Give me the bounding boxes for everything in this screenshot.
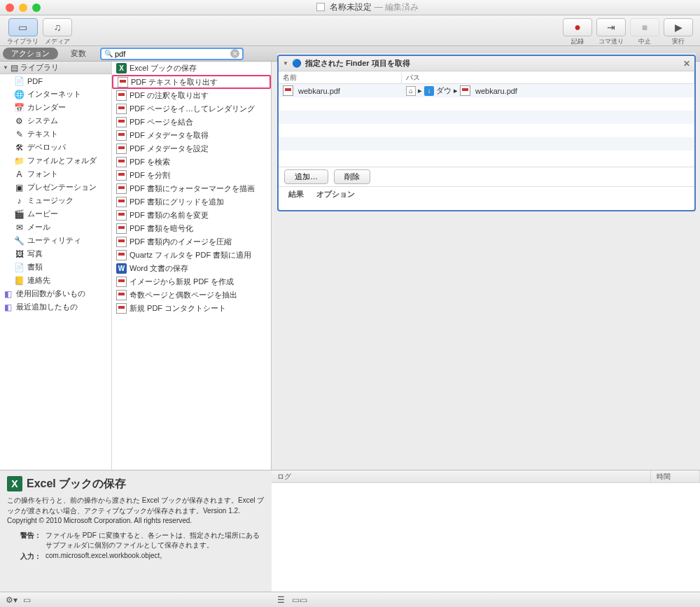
- library-item[interactable]: 🖼写真: [0, 247, 111, 260]
- smart-icon: ◧: [3, 288, 13, 299]
- info-description: この操作を行うと、前の操作から渡された Excel ブックが保存されます。Exc…: [7, 496, 265, 526]
- action-item[interactable]: PDF メタデータを設定: [112, 142, 271, 155]
- library-item[interactable]: 🛠デベロッパ: [0, 141, 111, 154]
- library-item[interactable]: ♪ミュージック: [0, 194, 111, 207]
- excel-icon: X: [116, 63, 127, 74]
- action-item[interactable]: PDF 書類にウォーターマークを描画: [112, 182, 271, 195]
- library-item[interactable]: 📅カレンダー: [0, 101, 111, 114]
- view-flow-icon[interactable]: ▭▭: [292, 595, 307, 605]
- home-icon: ⌂: [406, 86, 416, 96]
- pdf-icon: [116, 237, 127, 247]
- pdf-icon: [118, 77, 128, 88]
- disclosure-icon: ▼: [283, 60, 288, 67]
- action-item[interactable]: PDF を分割: [112, 169, 271, 182]
- action-item[interactable]: PDF ページをイ…してレンダリング: [112, 102, 271, 116]
- pdf-icon: [116, 290, 127, 300]
- category-icon: 🛠: [14, 142, 24, 153]
- category-icon: ✉︎: [14, 222, 24, 232]
- category-icon: 📒: [14, 275, 24, 286]
- toolbar: ▭ライブラリ♫メディア ●記録⇥コマ送り■中止▶実行: [0, 15, 700, 46]
- col-path[interactable]: パス: [402, 71, 694, 83]
- workflow-action[interactable]: ▼ 🔵 指定された Finder 項目を取得 ✕ 名前 パス webkaru.p…: [277, 55, 696, 211]
- action-item[interactable]: PDF の注釈を取り出す: [112, 89, 271, 102]
- library-smart-item[interactable]: ◧使用回数が多いもの: [0, 287, 111, 300]
- info-warning-val: ファイルを PDF に変換すると、各シートは、指定された場所にあるサブフォルダに…: [46, 531, 265, 550]
- library-item[interactable]: ✎テキスト: [0, 127, 111, 141]
- step-btn[interactable]: ⇥: [596, 18, 626, 36]
- action-item[interactable]: PDF を検索: [112, 155, 271, 169]
- path-file: webkaru.pdf: [475, 87, 517, 95]
- action-item[interactable]: WWord 文書の保存: [112, 262, 271, 275]
- workflow-canvas[interactable]: ▼ 🔵 指定された Finder 項目を取得 ✕ 名前 パス webkaru.p…: [277, 53, 696, 470]
- library-item[interactable]: ⚙︎システム: [0, 114, 111, 127]
- table-row[interactable]: webkaru.pdf ⌂▸ ↓ダウ▸ webkaru.pdf: [279, 84, 694, 97]
- view-list-icon[interactable]: ☰: [277, 595, 285, 605]
- titlebar: 名称未設定 — 編集済み: [0, 0, 700, 15]
- library-header-label: ライブラリ: [20, 62, 59, 73]
- workflow-header[interactable]: ▼ 🔵 指定された Finder 項目を取得 ✕: [279, 56, 694, 71]
- library-item[interactable]: 📒連絡先: [0, 274, 111, 287]
- delete-button[interactable]: 削除: [334, 169, 370, 184]
- library-item[interactable]: ▣プレゼンテーション: [0, 181, 111, 194]
- action-item[interactable]: イメージから新規 PDF を作成: [112, 275, 271, 288]
- pdf-icon: [116, 157, 127, 167]
- search-icon: 🔍: [104, 50, 113, 57]
- action-label: Word 文書の保存: [130, 263, 188, 274]
- library-item[interactable]: Aフォント: [0, 167, 111, 181]
- action-item[interactable]: PDF 書類内のイメージを圧縮: [112, 235, 271, 249]
- action-item[interactable]: PDF テキストを取り出す: [112, 75, 271, 89]
- search-input[interactable]: [115, 50, 228, 58]
- col-log[interactable]: ログ: [272, 470, 651, 482]
- action-label: PDF 書類にグリッドを追加: [130, 197, 224, 207]
- panel-toggle-icon[interactable]: ▭: [23, 595, 31, 605]
- run-btn[interactable]: ▶: [664, 18, 693, 36]
- pdf-icon: [116, 104, 127, 114]
- media-btn[interactable]: ♫: [43, 18, 72, 36]
- action-item[interactable]: 奇数ページと偶数ページを抽出: [112, 288, 271, 302]
- library-header[interactable]: ▼ ▤ ライブラリ: [0, 62, 111, 74]
- tab-options[interactable]: オプション: [316, 189, 355, 200]
- action-item[interactable]: PDF ページを結合: [112, 116, 271, 129]
- tab-actions[interactable]: アクション: [3, 48, 58, 60]
- clear-search-icon[interactable]: ✕: [230, 49, 239, 58]
- library-smart-item[interactable]: ◧最近追加したもの: [0, 300, 111, 314]
- add-button[interactable]: 追加…: [284, 169, 328, 184]
- log-panel: ログ 時間: [272, 470, 700, 592]
- action-item[interactable]: XExcel ブックの保存: [112, 62, 271, 75]
- library-item[interactable]: 🎬ムービー: [0, 207, 111, 221]
- record-btn[interactable]: ●: [563, 18, 592, 36]
- search-field[interactable]: 🔍 ✕: [100, 48, 244, 60]
- action-label: PDF の注釈を取り出す: [130, 90, 209, 101]
- action-label: Excel ブックの保存: [130, 63, 197, 74]
- category-icon: ⚙︎: [14, 116, 24, 126]
- library-item[interactable]: 🌐インターネット: [0, 88, 111, 101]
- minimize-icon[interactable]: [19, 4, 27, 12]
- col-time[interactable]: 時間: [651, 470, 700, 482]
- action-item[interactable]: PDF メタデータを取得: [112, 129, 271, 142]
- tab-variables[interactable]: 変数: [62, 48, 94, 60]
- action-item[interactable]: PDF 書類にグリッドを追加: [112, 195, 271, 209]
- library-item[interactable]: 🔧ユーティリティ: [0, 234, 111, 247]
- library-item[interactable]: 📁ファイルとフォルダ: [0, 154, 111, 167]
- media-btn-label: メディア: [45, 37, 70, 46]
- close-icon[interactable]: [6, 4, 14, 12]
- library-item[interactable]: 📄PDF: [0, 74, 111, 88]
- gear-icon[interactable]: ⚙︎▾: [6, 595, 18, 605]
- action-item[interactable]: PDF 書類の名前を変更: [112, 209, 271, 222]
- action-item[interactable]: 新規 PDF コンタクトシート: [112, 302, 271, 315]
- close-icon[interactable]: ✕: [683, 59, 690, 69]
- status-bar-left: ⚙︎▾ ▭: [0, 592, 272, 607]
- library-item[interactable]: 📄書類: [0, 260, 111, 274]
- action-item[interactable]: Quartz フィルタを PDF 書類に適用: [112, 249, 271, 262]
- info-input-key: 入力：: [7, 552, 46, 561]
- action-label: PDF 書類を暗号化: [130, 223, 193, 234]
- library-btn[interactable]: ▭: [8, 18, 38, 36]
- action-item[interactable]: PDF 書類を暗号化: [112, 222, 271, 235]
- stop-btn[interactable]: ■: [630, 18, 659, 36]
- library-item[interactable]: ✉︎メール: [0, 221, 111, 234]
- pdf-icon: [116, 223, 127, 234]
- zoom-icon[interactable]: [32, 4, 41, 12]
- tab-results[interactable]: 結果: [288, 189, 304, 200]
- col-name[interactable]: 名前: [279, 71, 402, 83]
- workflow-table-header: 名前 パス: [279, 71, 694, 84]
